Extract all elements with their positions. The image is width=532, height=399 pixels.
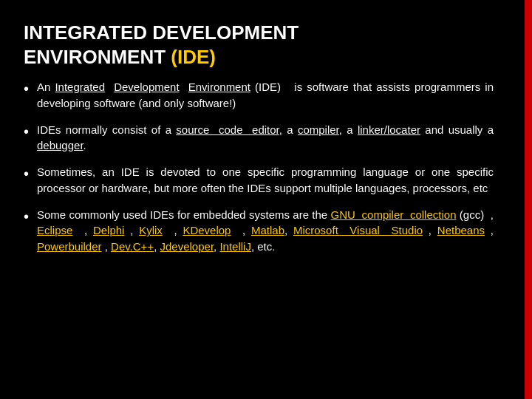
link-debugger: debugger	[37, 139, 83, 151]
slide: INTEGRATED DEVELOPMENT ENVIRONMENT (IDE)…	[0, 0, 532, 399]
bullet-1: • An Integrated Development Environment …	[24, 79, 494, 112]
bullet-dot-3: •	[24, 164, 37, 183]
bullet-dot-2: •	[24, 122, 37, 141]
link-development: Development	[114, 81, 179, 93]
link-linker: linker/locater	[358, 123, 420, 136]
link-netbeans: Netbeans	[437, 224, 485, 236]
link-intellij: IntelliJ	[219, 240, 251, 253]
link-jdeveloper: Jdeveloper	[160, 240, 214, 253]
link-matlab: Matlab	[251, 224, 284, 236]
title-line1: INTEGRATED DEVELOPMENT	[24, 21, 508, 45]
link-kdevelop: KDevelop	[183, 224, 231, 236]
bullet-dot-4: •	[24, 207, 37, 226]
link-powerbuilder: Powerbuilder	[37, 240, 102, 253]
bullet-text-1: An Integrated Development Environment (I…	[37, 79, 494, 112]
title-environment: ENVIRONMENT	[24, 46, 171, 68]
link-integrated: Integrated	[55, 81, 105, 93]
bullet-4: • Some commonly used IDEs for embedded s…	[24, 207, 494, 255]
red-bar	[525, 0, 532, 399]
slide-title: INTEGRATED DEVELOPMENT ENVIRONMENT (IDE)	[24, 21, 508, 69]
link-source-code-editor: source code editor	[176, 123, 279, 136]
link-compiler: compiler	[298, 123, 339, 136]
link-kylix: Kylix	[139, 224, 163, 236]
bullet-text-3: Sometimes, an IDE is devoted to one spec…	[37, 164, 494, 197]
bullet-3: • Sometimes, an IDE is devoted to one sp…	[24, 164, 494, 197]
title-ide: (IDE)	[171, 46, 216, 68]
link-environment: Environment	[188, 81, 250, 93]
link-eclipse: Eclipse	[37, 224, 72, 236]
link-delphi: Delphi	[93, 224, 125, 236]
link-devcpp: Dev.C++	[111, 240, 154, 253]
link-mvs: Microsoft Visual Studio	[293, 224, 423, 236]
bullet-text-4: Some commonly used IDEs for embedded sys…	[37, 207, 494, 255]
bullet-dot-1: •	[24, 79, 37, 98]
title-line2: ENVIRONMENT (IDE)	[24, 45, 508, 69]
bullet-text-2: IDEs normally consist of a source code e…	[37, 122, 494, 154]
link-gnu: GNU compiler collection	[331, 208, 457, 221]
bullet-2: • IDEs normally consist of a source code…	[24, 122, 494, 154]
content-area: • An Integrated Development Environment …	[24, 79, 508, 255]
